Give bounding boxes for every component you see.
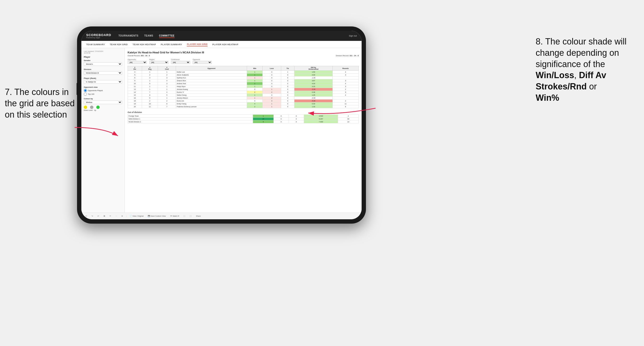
colour-dots	[84, 106, 122, 109]
nav-teams[interactable]: TEAMS	[144, 34, 153, 38]
col-reg: #Reg	[142, 66, 158, 71]
nav-committee[interactable]: COMMITTEE	[159, 34, 175, 38]
out-division-title: Out of division	[128, 111, 359, 114]
dot-label-level: Level	[88, 109, 92, 111]
overall-record: Overall Record: 353 - 34 - 6	[128, 55, 150, 57]
table-row: 19 10 6 Emily Chang 4 1 0 0.30 11	[128, 102, 359, 105]
radio-top100[interactable]: Top 100	[84, 93, 122, 96]
annotation-left: 7. The colours in the grid are based on …	[5, 87, 77, 120]
dot-green	[96, 106, 100, 109]
view-original-button[interactable]: 📄 View: Original	[128, 214, 145, 218]
main-content: Last Updated: 27/03/2024 16:55:38 Player…	[81, 48, 362, 212]
table-row: 11 1 1 Heejo Hyun 1 0 0 3.33 3	[128, 85, 359, 88]
annotation-left-text: 7. The colours in the grid are based on …	[5, 87, 75, 120]
record-row: Overall Record: 353 - 34 - 6 Division Re…	[128, 55, 359, 57]
dot-labels: Down Level Up	[84, 109, 122, 111]
col-opponent: Opponent	[176, 66, 247, 71]
left-panel: Last Updated: 27/03/2024 16:55:38 Player…	[81, 48, 125, 212]
table-row: 5 2 2 Alexis Sudjianto 1 0 0 4.00 3	[128, 74, 359, 76]
gender-select[interactable]: Women's	[84, 62, 122, 66]
more-button[interactable]: ···	[114, 214, 118, 218]
division-record: Division Record: 331 - 34 - 6	[336, 55, 359, 57]
table-row: 9 1 4 Sharon Mun 1 0 0 3.67 3	[128, 79, 359, 82]
share-button[interactable]: Share	[195, 214, 202, 218]
opponents-select[interactable]: (All)	[128, 61, 147, 64]
grid-button[interactable]: ⊞	[102, 214, 106, 218]
filter-opponent: Opponent (All)	[192, 59, 212, 64]
col-conf: #Conf	[158, 66, 176, 71]
nav-tournaments[interactable]: TOURNAMENTS	[118, 34, 138, 38]
bottom-toolbar: ↩ ↪ ↩ ⊞ ✂ ··· ⊙ | 📄 View: Original 💾 Sav…	[81, 212, 362, 219]
table-row: 10 6 3 Andrea York 2 0 0 4.00 4	[128, 82, 359, 85]
table-row: NAIA Division 1 15 0 0 9.267 30	[128, 118, 359, 121]
main-data-table: #Div #Reg #Conf Opponent Win Loss Tie Di…	[128, 66, 359, 108]
sec-nav-player-h2h-grid[interactable]: PLAYER H2H GRID	[187, 42, 208, 46]
conference-select[interactable]: (All)	[171, 61, 190, 64]
table-row: 14 7 4 Eunice Yi 2 2 0 0.38 9	[128, 91, 359, 94]
division-label: Division	[84, 68, 122, 70]
filter-opponents: Opponents: (All)	[128, 59, 147, 64]
dot-label-up: Up	[94, 109, 97, 111]
table-header-row: #Div #Reg #Conf Opponent Win Loss Tie Di…	[128, 66, 359, 71]
opponent-select[interactable]: (All)	[192, 61, 212, 64]
sec-nav-team-h2h-heatmap[interactable]: TEAM H2H HEATMAP	[133, 43, 156, 46]
filters-row: Opponents: (All) Region (All) Conference	[128, 59, 359, 64]
filter-conference: Conference (All)	[171, 59, 190, 64]
opponent-view-label: Opponent view	[84, 86, 122, 88]
col-div: #Div	[128, 66, 142, 71]
logo-area: SCOREBOARD Powered by clippd	[86, 33, 111, 38]
region-select[interactable]: (All)	[149, 61, 168, 64]
colour-by-select[interactable]: Win/loss	[84, 101, 122, 104]
annotation-bold3: Win%	[536, 93, 559, 103]
last-updated: Last Updated: 27/03/2024 16:55:38	[84, 50, 122, 54]
filter-region: Region (All)	[149, 59, 168, 64]
annotation-bold1: Win/Loss	[536, 70, 574, 80]
table-row: NCAA Division 2 5 0 0 7.400 10	[128, 121, 359, 123]
watch-button[interactable]: 👁 Watch ▾	[169, 214, 180, 218]
player-section-title: Player	[84, 56, 122, 58]
layout-button1[interactable]: ⬚	[182, 214, 186, 218]
tablet-frame: SCOREBOARD Powered by clippd TOURNAMENTS…	[77, 26, 366, 224]
radio-opponents-played[interactable]: Opponents Played	[84, 89, 122, 92]
col-win: Win	[247, 66, 263, 71]
top-navigation: SCOREBOARD Powered by clippd TOURNAMENTS…	[81, 31, 362, 41]
grid-title: Katelyn Vo Head-to-Head Grid for Women's…	[128, 51, 359, 54]
col-diff: Diff AvStrokes/Rnd	[294, 66, 332, 71]
sign-out-link[interactable]: Sign out	[349, 35, 357, 37]
out-division-table: Foreign Team 1 0 0 4.500 2 NAIA Division…	[128, 114, 359, 123]
colour-by-label: Colour by	[84, 98, 122, 100]
gender-section: Gender Women's	[84, 59, 122, 66]
division-section: Division NCAA Division III	[84, 68, 122, 75]
dot-gray	[90, 106, 94, 109]
undo-button[interactable]: ↩	[84, 214, 88, 218]
table-row: 6 3 3 Sydney Kuo 1 0 0 -1.00	[128, 76, 359, 79]
tablet-screen: SCOREBOARD Powered by clippd TOURNAMENTS…	[81, 31, 362, 219]
colour-by-section: Colour by Win/loss Down Level Up	[84, 98, 122, 111]
secondary-navigation: TEAM SUMMARY TEAM H2H GRID TEAM H2H HEAT…	[81, 41, 362, 48]
table-row: 16 9 1 Jessica Mason 1 2 0 -0.94	[128, 97, 359, 100]
table-row: Foreign Team 1 0 0 4.500 2	[128, 115, 359, 118]
gender-label: Gender	[84, 59, 122, 62]
player-rank-select[interactable]: 8. Katelyn Vo	[84, 80, 122, 84]
sec-nav-team-h2h-grid[interactable]: TEAM H2H GRID	[110, 43, 128, 46]
table-row: 15 8 5 Stella Cheng 1 0 0 1.25 4	[128, 94, 359, 97]
layout-button2[interactable]: ⬚	[188, 214, 193, 218]
cut-button[interactable]: ✂	[108, 214, 112, 218]
player-rank-section: Player (Rank) 8. Katelyn Vo	[84, 77, 122, 84]
dot-label-down: Down	[84, 109, 87, 111]
nav-items: TOURNAMENTS TEAMS COMMITTEE	[118, 34, 349, 38]
sec-nav-player-h2h-heatmap[interactable]: PLAYER H2H HEATMAP	[212, 43, 238, 46]
nav-right: Sign out	[349, 35, 357, 37]
annotation-right-text: 8. The colour shade will change dependin…	[536, 36, 627, 69]
annotation-right: 8. The colour shade will change dependin…	[536, 36, 637, 104]
division-select[interactable]: NCAA Division III	[84, 71, 122, 75]
back-button[interactable]: ↩	[96, 214, 100, 218]
sec-nav-team-summary[interactable]: TEAM SUMMARY	[86, 43, 105, 46]
clock-button[interactable]: ⊙	[120, 214, 124, 218]
sec-nav-player-summary[interactable]: PLAYER SUMMARY	[161, 43, 182, 46]
redo-button[interactable]: ↪	[90, 214, 94, 218]
col-loss: Loss	[263, 66, 281, 71]
col-tie: Tie	[281, 66, 294, 71]
save-custom-view-button[interactable]: 💾 Save Custom View	[146, 214, 167, 218]
player-rank-label: Player (Rank)	[84, 77, 122, 79]
